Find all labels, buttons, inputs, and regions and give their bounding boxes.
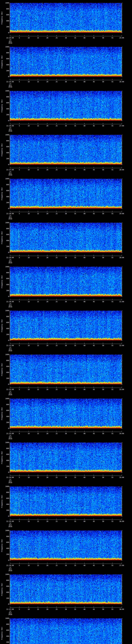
y-tick-label: 800 bbox=[6, 272, 9, 274]
x-major-tick bbox=[66, 431, 66, 432]
x-tick-label: 25 bbox=[56, 389, 58, 390]
x-tick-label: 55 bbox=[112, 301, 113, 302]
x-tick-label: 50 bbox=[102, 608, 104, 610]
x-major-tick bbox=[112, 562, 112, 564]
y-tick-label: 200 bbox=[6, 114, 9, 116]
y-tick-label: 600 bbox=[6, 542, 9, 543]
spectrogram-image bbox=[10, 179, 122, 208]
y-axis-title: Frequency (Hz) bbox=[1, 539, 3, 552]
spectrogram-image bbox=[10, 267, 122, 296]
x-major-tick bbox=[28, 431, 29, 432]
x-tick-label: 50 bbox=[102, 169, 104, 170]
x-tick-label: 35 bbox=[74, 608, 76, 610]
x-major-tick bbox=[10, 387, 10, 388]
spectrogram-panel-1: Frequency (Hz) 0200400600800100022:24:00… bbox=[0, 0, 132, 44]
x-tick-label: 30 bbox=[65, 565, 67, 566]
y-major-tick-right bbox=[121, 296, 122, 297]
x-tick-label: 35 bbox=[74, 301, 76, 302]
y-tick-label: 600 bbox=[6, 102, 9, 104]
spectrogram-image bbox=[10, 486, 122, 516]
x-start-time-label: 22:37:00 bbox=[6, 608, 14, 610]
x-axis-line bbox=[10, 256, 122, 256]
x-major-tick bbox=[112, 343, 112, 344]
x-tick-label: 25 bbox=[56, 477, 58, 478]
x-tick-label: 5 bbox=[19, 345, 20, 346]
x-tick-label: 50 bbox=[102, 520, 104, 522]
start-date-line: 2016 bbox=[8, 614, 12, 615]
x-major-tick bbox=[112, 167, 112, 168]
x-tick-label: 5 bbox=[19, 301, 20, 302]
x-major-tick bbox=[66, 299, 66, 300]
spectrogram-panel-4: Frequency (Hz) 0200400600800100022:27:00… bbox=[0, 132, 132, 176]
x-tick-label: 20 bbox=[46, 345, 48, 346]
start-date-line: 2016 bbox=[8, 262, 12, 264]
y-tick-label: 1000 bbox=[5, 310, 9, 312]
x-end-time-label: 33:00 bbox=[119, 389, 124, 390]
x-major-tick bbox=[66, 35, 66, 36]
start-date-line: 2016 bbox=[8, 86, 12, 88]
x-tick-label: 50 bbox=[102, 345, 104, 346]
x-start-time-label: 22:32:00 bbox=[6, 389, 14, 390]
y-tick-label: 200 bbox=[6, 246, 9, 247]
x-major-tick bbox=[66, 606, 66, 608]
y-tick-label: 1000 bbox=[5, 134, 9, 136]
y-tick-label: 200 bbox=[6, 422, 9, 423]
x-major-tick bbox=[19, 343, 20, 344]
x-start-time-label: 22:25:00 bbox=[6, 81, 14, 82]
x-start-time-label: 22:30:00 bbox=[6, 301, 14, 302]
x-major-tick bbox=[28, 35, 29, 36]
y-tick-label: 1000 bbox=[5, 486, 9, 487]
y-tick-label: 200 bbox=[6, 642, 9, 643]
x-tick-label: 10 bbox=[28, 213, 30, 214]
y-tick-label: 800 bbox=[6, 404, 9, 405]
spectrogram-image bbox=[10, 223, 122, 252]
x-tick-label: 5 bbox=[19, 125, 20, 126]
y-tick-label: 0 bbox=[8, 296, 9, 297]
x-tick-label: 5 bbox=[19, 520, 20, 522]
x-start-time-label: 22:29:00 bbox=[6, 257, 14, 258]
y-major-tick bbox=[9, 296, 11, 297]
x-tick-label: 40 bbox=[84, 125, 85, 126]
x-major-tick bbox=[28, 343, 29, 344]
x-tick-label: 20 bbox=[46, 169, 48, 170]
y-tick-label: 600 bbox=[6, 234, 9, 235]
y-tick-label: 1000 bbox=[5, 90, 9, 92]
x-tick-label: 45 bbox=[93, 477, 95, 478]
x-end-time-label: 37:00 bbox=[119, 565, 124, 566]
x-end-time-label: 28:00 bbox=[119, 169, 124, 170]
spectrogram-panel-10: Frequency (Hz) 0200400600800100022:33:00… bbox=[0, 396, 132, 440]
x-tick-label: 35 bbox=[74, 477, 76, 478]
x-tick-label: 15 bbox=[37, 520, 39, 522]
x-end-time-label: 30:00 bbox=[119, 257, 124, 258]
spectrogram-panel-5: Frequency (Hz) 0200400600800100022:28:00… bbox=[0, 176, 132, 220]
x-tick-label: 5 bbox=[19, 81, 20, 82]
y-tick-label: 1000 bbox=[5, 618, 9, 619]
x-major-tick bbox=[66, 475, 66, 476]
x-major-tick bbox=[19, 255, 20, 256]
spectrogram-panel-9: Frequency (Hz) 0200400600800100022:32:00… bbox=[0, 352, 132, 396]
y-axis-title: Frequency (Hz) bbox=[1, 11, 3, 24]
x-tick-label: 55 bbox=[112, 608, 113, 610]
x-tick-label: 35 bbox=[74, 389, 76, 390]
x-tick-label: 15 bbox=[37, 125, 39, 126]
x-major-tick bbox=[112, 299, 112, 300]
x-major-tick bbox=[66, 167, 66, 168]
y-tick-label: 400 bbox=[6, 592, 9, 593]
x-tick-label: 55 bbox=[112, 520, 113, 522]
y-tick-label: 800 bbox=[6, 96, 9, 98]
x-tick-label: 40 bbox=[84, 257, 85, 258]
x-tick-label: 55 bbox=[112, 81, 113, 82]
spectrogram-panel-15: Frequency (Hz) 0200400600800100022:38:00… bbox=[0, 616, 132, 644]
x-tick-label: 10 bbox=[28, 608, 30, 610]
x-tick-label: 40 bbox=[84, 565, 85, 566]
x-tick-label: 30 bbox=[65, 477, 67, 478]
y-tick-label: 400 bbox=[6, 196, 9, 198]
x-tick-label: 20 bbox=[46, 257, 48, 258]
start-date-line: 2016 bbox=[8, 306, 12, 308]
y-tick-label: 0 bbox=[8, 164, 9, 166]
x-tick-label: 25 bbox=[56, 345, 58, 346]
start-date-line: 2016 bbox=[8, 174, 12, 176]
x-tick-label: 20 bbox=[46, 520, 48, 522]
start-date-line: 2016 bbox=[8, 218, 12, 220]
x-end-time-label: 31:00 bbox=[119, 301, 124, 302]
